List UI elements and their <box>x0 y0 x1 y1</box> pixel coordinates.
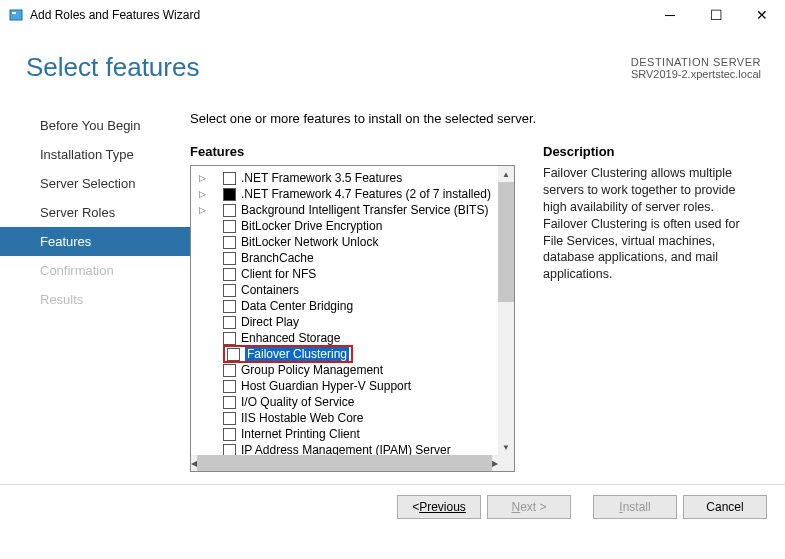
feature-row[interactable]: ▷.NET Framework 3.5 Features <box>191 170 498 186</box>
feature-checkbox[interactable] <box>223 268 236 281</box>
feature-label: Containers <box>241 283 299 297</box>
feature-row[interactable]: IP Address Management (IPAM) Server <box>191 442 498 455</box>
feature-checkbox[interactable] <box>223 380 236 393</box>
window-title: Add Roles and Features Wizard <box>30 8 647 22</box>
feature-label: Direct Play <box>241 315 299 329</box>
feature-checkbox[interactable] <box>227 348 240 361</box>
feature-checkbox[interactable] <box>223 172 236 185</box>
cancel-button[interactable]: Cancel <box>683 495 767 519</box>
feature-checkbox[interactable] <box>223 284 236 297</box>
feature-checkbox[interactable] <box>223 332 236 345</box>
features-tree: ▷.NET Framework 3.5 Features▷.NET Framew… <box>190 165 515 472</box>
feature-label: BranchCache <box>241 251 314 265</box>
expand-caret-icon[interactable]: ▷ <box>199 205 211 215</box>
wizard-step-installation-type[interactable]: Installation Type <box>0 140 190 169</box>
description-text: Failover Clustering allows multiple serv… <box>543 165 761 283</box>
content-area: Select features DESTINATION SERVER SRV20… <box>0 30 785 519</box>
wizard-steps-sidebar: Before You BeginInstallation TypeServer … <box>0 111 190 472</box>
feature-checkbox[interactable] <box>223 364 236 377</box>
expand-caret-icon[interactable]: ▷ <box>199 173 211 183</box>
wizard-step-results: Results <box>0 285 190 314</box>
svg-rect-1 <box>12 12 16 14</box>
feature-checkbox[interactable] <box>223 316 236 329</box>
wizard-step-features[interactable]: Features <box>0 227 190 256</box>
feature-checkbox[interactable] <box>223 444 236 456</box>
feature-checkbox[interactable] <box>223 204 236 217</box>
feature-row[interactable]: Containers <box>191 282 498 298</box>
feature-checkbox[interactable] <box>223 300 236 313</box>
maximize-button[interactable]: ☐ <box>693 0 739 30</box>
feature-row[interactable]: BitLocker Network Unlock <box>191 234 498 250</box>
feature-label: IIS Hostable Web Core <box>241 411 364 425</box>
feature-row[interactable]: Client for NFS <box>191 266 498 282</box>
wizard-step-server-roles[interactable]: Server Roles <box>0 198 190 227</box>
feature-label: BitLocker Network Unlock <box>241 235 378 249</box>
feature-row[interactable]: BranchCache <box>191 250 498 266</box>
feature-row[interactable]: IIS Hostable Web Core <box>191 410 498 426</box>
wizard-footer: < Previous Next > Install Cancel <box>0 484 785 519</box>
feature-row[interactable]: Enhanced Storage <box>191 330 498 346</box>
feature-row[interactable]: Direct Play <box>191 314 498 330</box>
features-heading: Features <box>190 144 515 159</box>
wizard-step-before-you-begin[interactable]: Before You Begin <box>0 111 190 140</box>
destination-info: DESTINATION SERVER SRV2019-2.xpertstec.l… <box>631 56 761 80</box>
instruction-text: Select one or more features to install o… <box>190 111 761 126</box>
feature-label: Group Policy Management <box>241 363 383 377</box>
feature-checkbox[interactable] <box>223 252 236 265</box>
feature-label: I/O Quality of Service <box>241 395 354 409</box>
feature-label: .NET Framework 3.5 Features <box>241 171 402 185</box>
feature-label: Client for NFS <box>241 267 316 281</box>
feature-row[interactable]: ▷.NET Framework 4.7 Features (2 of 7 ins… <box>191 186 498 202</box>
feature-label: Background Intelligent Transfer Service … <box>241 203 488 217</box>
titlebar: Add Roles and Features Wizard ─ ☐ ✕ <box>0 0 785 30</box>
scroll-thumb-horizontal[interactable] <box>197 455 492 471</box>
expand-caret-icon[interactable]: ▷ <box>199 189 211 199</box>
feature-row[interactable]: Group Policy Management <box>191 362 498 378</box>
feature-label: IP Address Management (IPAM) Server <box>241 443 451 455</box>
feature-checkbox[interactable] <box>223 428 236 441</box>
feature-row[interactable]: I/O Quality of Service <box>191 394 498 410</box>
feature-row[interactable]: ▷Background Intelligent Transfer Service… <box>191 202 498 218</box>
scroll-up-button[interactable]: ▲ <box>498 166 514 182</box>
feature-label: .NET Framework 4.7 Features (2 of 7 inst… <box>241 187 491 201</box>
minimize-button[interactable]: ─ <box>647 0 693 30</box>
description-heading: Description <box>543 144 761 159</box>
feature-checkbox[interactable] <box>223 188 236 201</box>
feature-row[interactable]: Host Guardian Hyper-V Support <box>191 378 498 394</box>
wizard-step-confirmation: Confirmation <box>0 256 190 285</box>
feature-row[interactable]: Data Center Bridging <box>191 298 498 314</box>
destination-label: DESTINATION SERVER <box>631 56 761 68</box>
wizard-step-server-selection[interactable]: Server Selection <box>0 169 190 198</box>
feature-row[interactable]: BitLocker Drive Encryption <box>191 218 498 234</box>
feature-label: Host Guardian Hyper-V Support <box>241 379 411 393</box>
previous-button[interactable]: < Previous <box>397 495 481 519</box>
scrollbar-corner <box>498 455 514 471</box>
next-button[interactable]: Next > <box>487 495 571 519</box>
svg-rect-0 <box>10 10 22 20</box>
feature-label: Data Center Bridging <box>241 299 353 313</box>
feature-label: Internet Printing Client <box>241 427 360 441</box>
annotation-highlight: Failover Clustering <box>223 345 353 363</box>
vertical-scrollbar[interactable]: ▲ ▼ <box>498 166 514 455</box>
feature-checkbox[interactable] <box>223 412 236 425</box>
scroll-down-button[interactable]: ▼ <box>498 439 514 455</box>
feature-row[interactable]: Internet Printing Client <box>191 426 498 442</box>
horizontal-scrollbar[interactable]: ◀ ▶ <box>191 455 498 471</box>
feature-checkbox[interactable] <box>223 236 236 249</box>
install-button: Install <box>593 495 677 519</box>
destination-value: SRV2019-2.xpertstec.local <box>631 68 761 80</box>
app-icon <box>8 7 24 23</box>
scroll-thumb-vertical[interactable] <box>498 182 514 302</box>
feature-row[interactable]: Failover Clustering <box>191 346 498 362</box>
feature-checkbox[interactable] <box>223 220 236 233</box>
close-button[interactable]: ✕ <box>739 0 785 30</box>
feature-label: BitLocker Drive Encryption <box>241 219 382 233</box>
feature-label: Failover Clustering <box>245 347 349 361</box>
feature-checkbox[interactable] <box>223 396 236 409</box>
feature-label: Enhanced Storage <box>241 331 340 345</box>
